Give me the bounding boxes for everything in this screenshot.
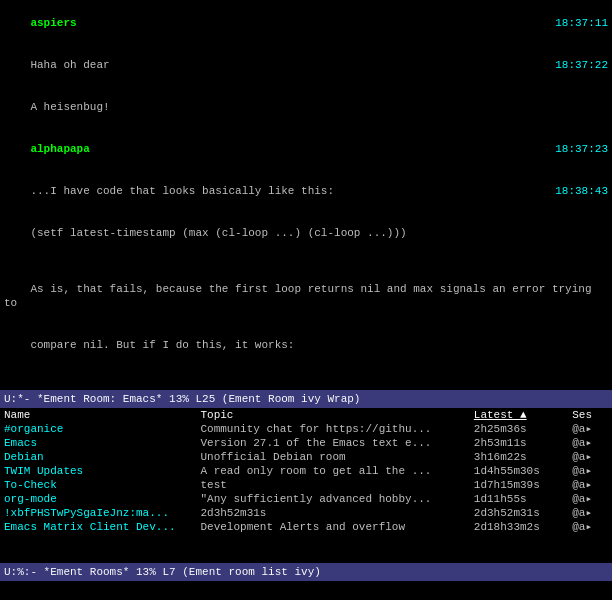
message-text: As is, that fails, because the first loo…: [4, 283, 598, 309]
room-latest-cell: 1d4h55m30s: [470, 464, 568, 478]
room-list-separator-bar: U:%:- *Ement Rooms* 13% L7 (Ement room l…: [0, 563, 612, 581]
room-latest-cell: 2d18h33m2s: [470, 520, 568, 534]
chat-message: 18:38:43...I have code that looks basica…: [4, 170, 608, 212]
message-text: compare nil. But if I do this, it works:: [30, 339, 294, 351]
room-name-cell[interactable]: Debian: [0, 450, 196, 464]
chat-message: [4, 254, 608, 268]
timestamp: 18:38:43: [555, 184, 608, 198]
room-topic-cell: Unofficial Debian room: [196, 450, 469, 464]
room-topic-cell: test: [196, 478, 469, 492]
table-row[interactable]: TWIM UpdatesA read only room to get all …: [0, 464, 612, 478]
message-text: A heisenbug!: [30, 101, 109, 113]
room-name-cell[interactable]: org-mode: [0, 492, 196, 506]
col-header-topic[interactable]: Topic: [196, 408, 469, 422]
chat-message: (setf latest-timestamp (max (cl-loop ...…: [4, 380, 608, 390]
message-text: Haha oh dear: [30, 59, 109, 71]
table-header-row: Name Topic Latest ▲ Ses: [0, 408, 612, 422]
table-row[interactable]: !xbfPHSTwPySgaIeJnz:ma...2d3h52m31s2d3h5…: [0, 506, 612, 520]
room-name-cell[interactable]: TWIM Updates: [0, 464, 196, 478]
timestamp: 18:37:11: [555, 16, 608, 30]
chat-message: As is, that fails, because the first loo…: [4, 268, 608, 324]
room-name-cell[interactable]: #organice: [0, 422, 196, 436]
room-session-cell: @a▸: [568, 520, 612, 534]
col-header-latest[interactable]: Latest ▲: [470, 408, 568, 422]
room-latest-cell: 2h53m11s: [470, 436, 568, 450]
col-header-session[interactable]: Ses: [568, 408, 612, 422]
timestamp: 18:37:23: [555, 142, 608, 156]
room-list-area: Name Topic Latest ▲ Ses #organiceCommuni…: [0, 408, 612, 563]
room-latest-cell: 2h25m36s: [470, 422, 568, 436]
chat-area: 18:37:11aspiers 18:37:22Haha oh dear A h…: [0, 0, 612, 390]
room-session-cell: @a▸: [568, 436, 612, 450]
message-text: (setf latest-timestamp (max (cl-loop ...…: [30, 227, 406, 239]
table-row[interactable]: Emacs Matrix Client Dev...Development Al…: [0, 520, 612, 534]
col-header-name[interactable]: Name: [0, 408, 196, 422]
chat-message: (setf latest-timestamp (max (cl-loop ...…: [4, 212, 608, 254]
room-session-cell: @a▸: [568, 422, 612, 436]
room-latest-cell: 2d3h52m31s: [470, 506, 568, 520]
username: aspiers: [30, 17, 76, 29]
chat-message: 18:37:11aspiers: [4, 2, 608, 44]
bottom-bar-text: U:%:- *Ement Rooms* 13% L7 (Ement room l…: [4, 566, 321, 578]
room-session-cell: @a▸: [568, 506, 612, 520]
table-row[interactable]: EmacsVersion 27.1 of the Emacs text e...…: [0, 436, 612, 450]
room-name-cell[interactable]: Emacs Matrix Client Dev...: [0, 520, 196, 534]
room-latest-cell: 1d11h55s: [470, 492, 568, 506]
message-text: ...I have code that looks basically like…: [30, 185, 334, 197]
room-name-cell[interactable]: To-Check: [0, 478, 196, 492]
room-latest-cell: 3h16m22s: [470, 450, 568, 464]
table-row[interactable]: #organiceCommunity chat for https://gith…: [0, 422, 612, 436]
room-topic-cell: 2d3h52m31s: [196, 506, 469, 520]
chat-message: 18:37:22Haha oh dear: [4, 44, 608, 86]
room-topic-cell: Version 27.1 of the Emacs text e...: [196, 436, 469, 450]
room-name-cell[interactable]: Emacs: [0, 436, 196, 450]
room-name-cell[interactable]: !xbfPHSTwPySgaIeJnz:ma...: [0, 506, 196, 520]
room-topic-cell: Community chat for https://githu...: [196, 422, 469, 436]
chat-message: compare nil. But if I do this, it works:: [4, 324, 608, 366]
room-table: Name Topic Latest ▲ Ses #organiceCommuni…: [0, 408, 612, 534]
chat-message: 18:37:23alphapapa: [4, 128, 608, 170]
room-table-body: #organiceCommunity chat for https://gith…: [0, 422, 612, 534]
room-topic-cell: "Any sufficiently advanced hobby...: [196, 492, 469, 506]
chat-message: [4, 366, 608, 380]
table-row[interactable]: org-mode"Any sufficiently advanced hobby…: [0, 492, 612, 506]
room-latest-cell: 1d7h15m39s: [470, 478, 568, 492]
chat-message: A heisenbug!: [4, 86, 608, 128]
table-row[interactable]: To-Checktest1d7h15m39s@a▸: [0, 478, 612, 492]
room-topic-cell: A read only room to get all the ...: [196, 464, 469, 478]
room-session-cell: @a▸: [568, 464, 612, 478]
table-row[interactable]: DebianUnofficial Debian room3h16m22s@a▸: [0, 450, 612, 464]
chat-separator-bar: U:*- *Ement Room: Emacs* 13% L25 (Ement …: [0, 390, 612, 408]
room-session-cell: @a▸: [568, 450, 612, 464]
timestamp: 18:37:22: [555, 58, 608, 72]
separator-text: U:*- *Ement Room: Emacs* 13% L25 (Ement …: [4, 393, 360, 405]
room-session-cell: @a▸: [568, 492, 612, 506]
username: alphapapa: [30, 143, 89, 155]
room-topic-cell: Development Alerts and overflow: [196, 520, 469, 534]
room-session-cell: @a▸: [568, 478, 612, 492]
